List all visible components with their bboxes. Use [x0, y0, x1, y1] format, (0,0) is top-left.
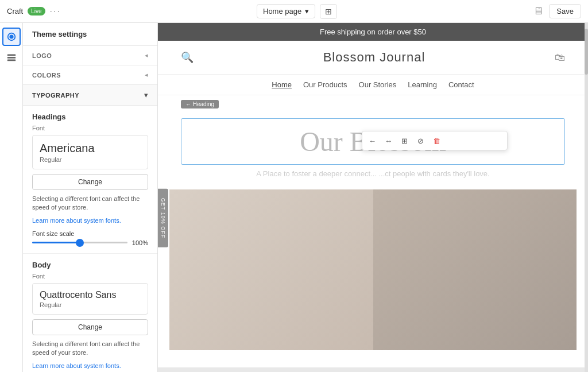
body-font-note: Selecting a different font can affect th… — [32, 340, 148, 358]
svg-point-0 — [10, 36, 13, 38]
headings-font-label: Font — [32, 125, 148, 131]
panel-title: Theme settings — [23, 23, 157, 46]
preview-inner: Free shipping on order over $50 🔍 Blosso… — [158, 23, 588, 367]
live-badge: Live — [28, 7, 45, 16]
monitor-icon: 🖥 — [533, 5, 543, 17]
toolbar-delete-button[interactable]: 🗑 — [430, 134, 444, 148]
page-selector[interactable]: Home page ▾ — [257, 4, 315, 18]
colors-chevron: ◂ — [145, 71, 148, 79]
toolbar-move-button[interactable]: ← — [366, 134, 380, 148]
nav-products[interactable]: Our Products — [303, 80, 347, 89]
toolbar-settings-button[interactable]: ⊘ — [414, 134, 428, 148]
heading-section: ← Heading Our Blossom ← ↔ ⊞ ⊘ 🗑 A Place … — [158, 95, 588, 189]
logo-chevron: ◂ — [145, 52, 148, 59]
store-header: 🔍 Blossom Journal 🛍 — [158, 41, 588, 75]
logo-label: LOGO — [32, 52, 52, 59]
headings-change-button[interactable]: Change — [32, 174, 148, 190]
headings-font-link[interactable]: Learn more about system fonts. — [32, 217, 121, 224]
typography-chevron: ▾ — [144, 91, 148, 99]
headings-font-box: Americana Regular — [32, 135, 148, 169]
topbar-center: Home page ▾ ⊞ — [68, 4, 526, 19]
image-right — [373, 189, 577, 350]
scrollbar[interactable] — [585, 23, 588, 372]
side-promo-handle[interactable]: GET 10% OFF — [158, 189, 168, 247]
nav-stories[interactable]: Our Stories — [359, 80, 397, 89]
icon-bar — [0, 23, 23, 372]
body-font-box: Quattrocento Sans Regular — [32, 283, 148, 315]
topbar-left: Craft Live ··· — [7, 6, 61, 17]
save-button[interactable]: Save — [549, 4, 581, 18]
body-change-button[interactable]: Change — [32, 319, 148, 335]
store-subtitle: A Place to foster a deeper connect... ..… — [181, 165, 565, 183]
store-title: Blossom Journal — [323, 50, 425, 65]
colors-row[interactable]: COLORS ◂ — [23, 65, 157, 84]
body-title: Body — [32, 261, 148, 269]
body-font-link[interactable]: Learn more about system fonts. — [32, 362, 121, 369]
cart-icon[interactable]: 🛍 — [555, 52, 565, 64]
svg-rect-2 — [7, 57, 15, 59]
app-name: Craft — [7, 7, 23, 16]
search-icon[interactable]: 🔍 — [181, 51, 194, 64]
nav-home[interactable]: Home — [272, 80, 292, 89]
heading-tag: ← Heading — [181, 100, 219, 108]
body-font-style: Regular — [40, 301, 141, 308]
announcement-bar: Free shipping on order over $50 — [158, 23, 588, 41]
headings-scale-label: Font size scale — [32, 230, 148, 237]
body-font-name: Quattrocento Sans — [40, 289, 141, 300]
headings-font-name: Americana — [40, 141, 141, 155]
logo-row[interactable]: LOGO ◂ — [23, 46, 157, 65]
topbar-more-button[interactable]: ··· — [50, 6, 61, 17]
store-nav: Home Our Products Our Stories Learning C… — [158, 75, 588, 95]
toolbar-resize-button[interactable]: ↔ — [382, 134, 396, 148]
image-left — [169, 189, 373, 350]
settings-panel: Theme settings LOGO ◂ COLORS ◂ TYPOGRAPH… — [23, 23, 158, 372]
nav-contact[interactable]: Contact — [448, 80, 474, 89]
floating-toolbar: ← ↔ ⊞ ⊘ 🗑 — [362, 131, 508, 150]
main-layout: Theme settings LOGO ◂ COLORS ◂ TYPOGRAPH… — [0, 23, 588, 372]
headings-group: Headings Font Americana Regular Change S… — [23, 106, 157, 254]
headings-scale-slider[interactable] — [32, 242, 127, 243]
theme-settings-icon[interactable] — [2, 28, 21, 46]
page-selector-label: Home page — [263, 7, 301, 16]
colors-label: COLORS — [32, 72, 61, 79]
preview-area: Free shipping on order over $50 🔍 Blosso… — [158, 23, 588, 372]
svg-rect-1 — [7, 55, 15, 56]
device-toggle[interactable]: ⊞ — [320, 4, 337, 19]
nav-learning[interactable]: Learning — [408, 80, 437, 89]
headings-title: Headings — [32, 113, 148, 121]
headings-scale-value: 100% — [132, 239, 148, 246]
body-group: Body Font Quattrocento Sans Regular Chan… — [23, 254, 157, 372]
image-grid — [169, 189, 577, 350]
headings-font-note: Selecting a different font can affect th… — [32, 195, 148, 212]
body-font-label: Font — [32, 273, 148, 280]
typography-section: TYPOGRAPHY ▾ Headings Font Americana Reg… — [23, 85, 157, 372]
colors-section: COLORS ◂ — [23, 65, 157, 85]
headings-font-style: Regular — [40, 156, 141, 163]
chevron-down-icon: ▾ — [305, 7, 309, 16]
topbar-right: 🖥 Save — [533, 4, 581, 18]
scrollbar-thumb[interactable] — [585, 29, 588, 75]
typography-label: TYPOGRAPHY — [32, 92, 79, 99]
logo-section: LOGO ◂ — [23, 46, 157, 65]
sections-icon[interactable] — [2, 48, 21, 67]
typography-header[interactable]: TYPOGRAPHY ▾ — [23, 85, 157, 106]
toolbar-layout-button[interactable]: ⊞ — [398, 134, 412, 148]
headings-slider-wrap: 100% — [32, 239, 148, 246]
topbar: Craft Live ··· Home page ▾ ⊞ 🖥 Save — [0, 0, 588, 23]
svg-rect-3 — [7, 60, 15, 61]
